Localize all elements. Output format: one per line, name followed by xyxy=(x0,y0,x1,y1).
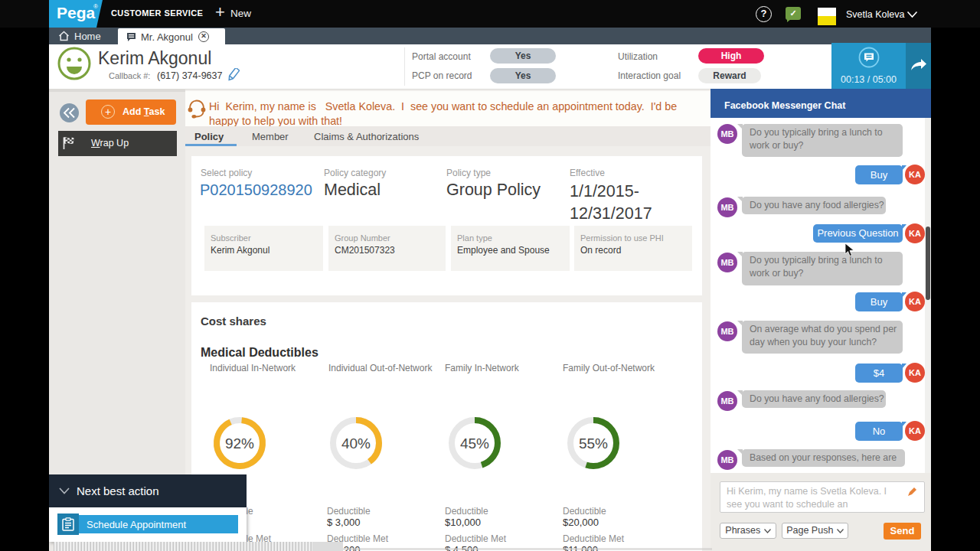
svg-text:55%: 55% xyxy=(579,435,608,452)
svg-text:92%: 92% xyxy=(225,435,254,452)
svg-text:40%: 40% xyxy=(341,435,371,452)
svg-text:45%: 45% xyxy=(460,435,489,452)
